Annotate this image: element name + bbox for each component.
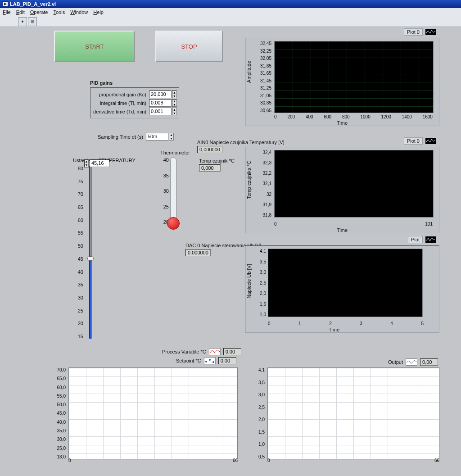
thermometer-bulb-icon: [167, 217, 180, 230]
ain0-label: AIN0 Napiecie czujnika Temperatury [V]: [197, 140, 285, 145]
amplitude-legend-label: Plot 0: [404, 28, 423, 36]
ain0-indicator: 0,000000: [197, 146, 222, 153]
start-button[interactable]: START: [54, 31, 135, 62]
menu-tools[interactable]: Tools: [53, 9, 65, 15]
slider-fill: [90, 258, 91, 339]
pid-ti-input[interactable]: 0,008: [149, 99, 172, 107]
slider-value-spinner[interactable]: ▲▼: [84, 159, 89, 168]
temp-label: Temp czujnik *C: [199, 158, 235, 163]
ub-chart: Plot Napiecie Ub [V] 4,13,53,02,52,01,51…: [245, 245, 439, 333]
temp-legend-glyph-icon: [425, 138, 436, 144]
slider-track[interactable]: [89, 166, 92, 339]
pv-glyph: [209, 348, 221, 355]
amplitude-legend-glyph-icon: [425, 29, 436, 35]
stop-button[interactable]: STOP: [155, 31, 223, 62]
front-panel: START STOP PID gains proportional gain (…: [0, 27, 461, 476]
menu-edit[interactable]: Edit: [16, 9, 25, 15]
sampling-spinner[interactable]: ▲▼: [169, 133, 174, 141]
out-label: Output: [388, 359, 403, 365]
thermometer-tube: [170, 157, 176, 220]
pid-kc-spinner[interactable]: ▲▼: [172, 91, 177, 98]
temp-chart: Plot 0 Temp czujnika *C 32,432,332,232,1…: [245, 147, 439, 233]
menu-help[interactable]: Help: [93, 9, 104, 15]
thermometer: Thermometer 4035302520: [160, 150, 190, 229]
pid-ti-label: integral time (Ti, min): [92, 100, 146, 106]
sampling-label: Sampling Time dt (s): [98, 134, 143, 140]
out-glyph: [406, 358, 417, 366]
amplitude-ylabel: Amplitude: [246, 61, 252, 83]
menu-window[interactable]: Window: [70, 9, 88, 15]
pv-sp-plot[interactable]: [68, 367, 238, 459]
pid-row-ti: integral time (Ti, min) 0,008 ▲▼: [92, 99, 177, 107]
amplitude-chart: Plot 0 Amplitude 32,4532,2532,0531,8531,…: [245, 38, 439, 126]
amplitude-xlabel: Time: [245, 120, 439, 126]
menu-file[interactable]: File: [3, 9, 11, 15]
pid-td-spinner[interactable]: ▲▼: [172, 108, 177, 115]
pid-row-kc: proportional gain (Kc) 20,000 ▲▼: [92, 91, 177, 98]
pid-td-input[interactable]: 0,001: [149, 108, 172, 115]
toolbar: ➧ ⊘: [0, 16, 461, 27]
pid-ti-spinner[interactable]: ▲▼: [172, 99, 177, 107]
abort-button-icon[interactable]: ⊘: [28, 17, 37, 26]
output-plot[interactable]: [267, 367, 439, 459]
ub-legend-glyph-icon: [425, 236, 436, 243]
temp-plot[interactable]: [274, 150, 434, 218]
pid-row-td: derivative time (Td, min) 0,001 ▲▼: [92, 108, 177, 115]
ub-xlabel: Time: [229, 327, 439, 332]
temp-legend-label: Plot 0: [404, 137, 423, 145]
sampling-input[interactable]: 50m: [146, 133, 168, 141]
sp-indicator: 0,00: [218, 357, 236, 364]
pid-kc-input[interactable]: 20,000: [149, 91, 172, 98]
svg-point-2: [212, 361, 214, 363]
pid-gains-title: PID gains: [90, 80, 179, 86]
thermometer-scale: 4035302520: [160, 157, 170, 225]
temp-ylabel: Temp czujnika *C: [246, 161, 252, 199]
ub-ylabel: Napiecie Ub [V]: [246, 264, 252, 298]
menu-bar: File Edit Operate Tools Window Help: [0, 8, 461, 16]
temperature-slider: Ustawienie TEMPERATURY 80757065605550454…: [73, 158, 136, 339]
window-title: LAB_PID_A_ver2.vi: [10, 0, 56, 8]
out-indicator: 0,00: [420, 358, 438, 366]
svg-point-0: [205, 361, 207, 363]
ub-plot[interactable]: [268, 249, 423, 317]
pid-kc-label: proportional gain (Kc): [92, 92, 146, 97]
thermometer-label: Thermometer: [160, 150, 190, 155]
temp-indicator: 0,000: [199, 164, 221, 172]
pv-sp-chart: 70,065,060,055,050,045,040,035,030,025,0…: [50, 367, 240, 469]
slider-scale: 8075706560555045403530252015: [73, 166, 85, 339]
pv-indicator: 0,00: [223, 348, 241, 355]
slider-value-input[interactable]: 45,16: [90, 159, 109, 167]
sampling-time-row: Sampling Time dt (s) 50m ▲▼: [98, 133, 174, 141]
temp-xlabel: Time: [245, 227, 439, 233]
run-button-icon[interactable]: ➧: [18, 17, 27, 26]
sp-glyph: [204, 357, 216, 364]
pv-label: Process Variable *C: [162, 349, 206, 354]
sp-label: Setpoint *C: [176, 358, 201, 363]
pid-gains-cluster: PID gains proportional gain (Kc) 20,000 …: [90, 80, 179, 118]
pid-td-label: derivative time (Td, min): [92, 109, 146, 114]
vi-icon: ▶: [3, 1, 8, 7]
temp-field: Temp czujnik *C 0,000: [199, 158, 235, 172]
title-bar: ▶ LAB_PID_A_ver2.vi: [0, 0, 461, 8]
output-chart: 4,13,53,02,52,01,51,00,5 066: [252, 367, 441, 469]
menu-operate[interactable]: Operate: [30, 9, 48, 15]
slider-thumb[interactable]: [87, 256, 94, 261]
amplitude-plot[interactable]: [274, 41, 434, 113]
svg-point-1: [209, 359, 211, 361]
dac0-indicator: 0,000000: [185, 249, 211, 256]
ub-legend-label: Plot: [408, 236, 423, 243]
